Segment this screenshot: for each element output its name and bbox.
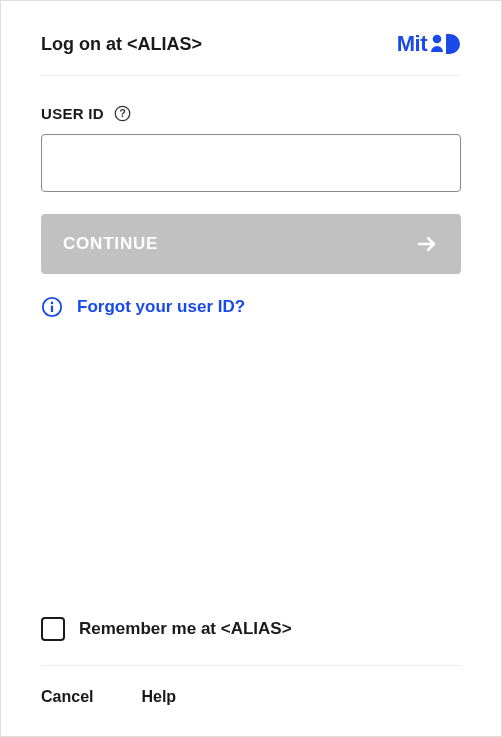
- user-id-input[interactable]: [41, 134, 461, 192]
- arrow-right-icon: [415, 232, 439, 256]
- remember-row: Remember me at <ALIAS>: [41, 617, 461, 666]
- svg-rect-5: [51, 306, 53, 312]
- login-card: Log on at <ALIAS> Mit USER ID ?: [0, 0, 502, 737]
- svg-point-4: [51, 302, 54, 305]
- svg-text:?: ?: [120, 108, 126, 119]
- continue-label: CONTINUE: [63, 234, 158, 254]
- info-icon: [41, 296, 63, 318]
- header: Log on at <ALIAS> Mit: [41, 31, 461, 76]
- cancel-link[interactable]: Cancel: [41, 688, 93, 706]
- forgot-user-id-link[interactable]: Forgot your user ID?: [77, 297, 245, 317]
- mitid-logo-icon: [431, 33, 461, 55]
- svg-point-0: [433, 35, 442, 44]
- user-id-label: USER ID: [41, 105, 104, 122]
- help-link[interactable]: Help: [141, 688, 176, 706]
- spacer: [41, 318, 461, 617]
- logo-text: Mit: [397, 31, 427, 57]
- remember-label: Remember me at <ALIAS>: [79, 619, 292, 639]
- forgot-row: Forgot your user ID?: [41, 296, 461, 318]
- footer: Cancel Help: [41, 688, 461, 706]
- help-icon[interactable]: ?: [114, 104, 132, 122]
- remember-checkbox[interactable]: [41, 617, 65, 641]
- user-id-label-row: USER ID ?: [41, 104, 461, 122]
- page-title: Log on at <ALIAS>: [41, 34, 202, 55]
- mitid-logo: Mit: [397, 31, 461, 57]
- continue-button[interactable]: CONTINUE: [41, 214, 461, 274]
- user-id-section: USER ID ?: [41, 104, 461, 192]
